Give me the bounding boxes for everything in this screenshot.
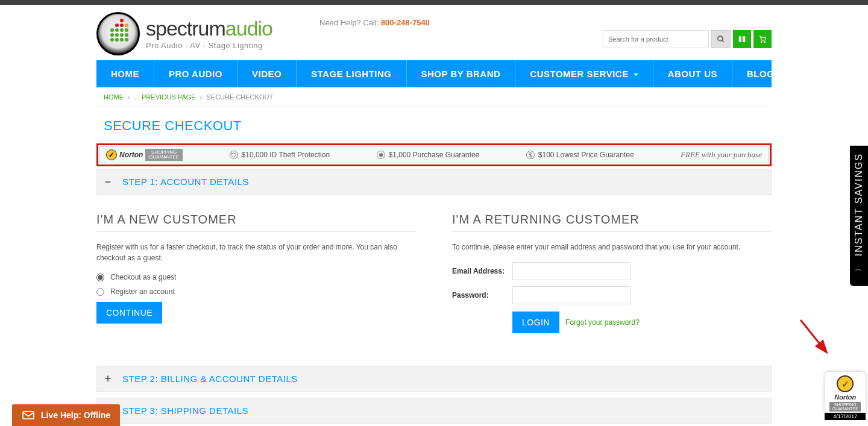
- norton-guarantee-bar[interactable]: ✓ Norton SHOPPINGGUARANTEE 🛡$10,000 ID T…: [99, 146, 769, 163]
- chat-icon: [22, 410, 35, 420]
- instant-savings-tab[interactable]: ︿ INSTANT SAVINGS: [850, 146, 868, 286]
- norton-check-icon: ✓: [837, 375, 854, 392]
- search-icon: [717, 35, 725, 43]
- norton-guarantee-bar-highlight: ✓ Norton SHOPPINGGUARANTEE 🛡$10,000 ID T…: [96, 143, 772, 166]
- returning-customer-heading: I'M A RETURNING CUSTOMER: [452, 213, 772, 232]
- nav-item-video[interactable]: VIDEO: [237, 60, 297, 87]
- shield-icon: 🛡: [230, 151, 238, 159]
- svg-point-4: [761, 42, 762, 43]
- search-button[interactable]: [711, 30, 731, 48]
- new-customer-description: Register with us for a faster checkout, …: [96, 242, 416, 263]
- forgot-password-link[interactable]: Forgot your password?: [565, 318, 640, 327]
- email-label: Email Address:: [452, 267, 512, 275]
- returning-customer-description: To continue, please enter your email add…: [452, 242, 772, 252]
- norton-seal[interactable]: ✓ Norton SHOPPINGGUARANTEE 4/17/2017: [825, 372, 866, 420]
- page-title: SECURE CHECKOUT: [96, 107, 772, 141]
- new-customer-panel: I'M A NEW CUSTOMER Register with us for …: [96, 213, 416, 333]
- svg-line-1: [722, 40, 724, 42]
- svg-rect-3: [743, 36, 745, 42]
- continue-button[interactable]: CONTINUE: [96, 302, 162, 324]
- cart-button[interactable]: [753, 30, 772, 48]
- help-phone: Need Help? Call: 800-248-7540: [319, 18, 430, 27]
- norton-brand: Norton: [119, 151, 143, 159]
- login-button[interactable]: LOGIN: [512, 312, 559, 333]
- nav-item-customer-service[interactable]: CUSTOMER SERVICE: [515, 60, 653, 87]
- step-3-label: STEP 3: SHIPPING DETAILS: [122, 406, 248, 416]
- breadcrumb-home[interactable]: HOME: [104, 93, 124, 101]
- norton-seal-brand: Norton: [829, 393, 861, 401]
- step-1-label: STEP 1: ACCOUNT DETAILS: [122, 177, 249, 187]
- password-field[interactable]: [512, 286, 631, 304]
- free-with-purchase: FREE with your purchase: [681, 150, 762, 160]
- shopping-guarantee-badge: SHOPPINGGUARANTEE: [145, 149, 183, 161]
- guarantee-id-theft: 🛡$10,000 ID Theft Protection: [230, 151, 330, 159]
- logo-icon: [96, 12, 140, 55]
- breadcrumb: HOME › ... PREVIOUS PAGE › SECURE CHECKO…: [96, 87, 772, 107]
- nav-item-blog[interactable]: BLOG: [732, 60, 789, 87]
- step-1-header[interactable]: – STEP 1: ACCOUNT DETAILS: [96, 169, 772, 195]
- step-2-label: STEP 2: BILLING & ACCOUNT DETAILS: [122, 374, 298, 384]
- nav-item-pro-audio[interactable]: PRO AUDIO: [154, 60, 237, 87]
- step-2-header[interactable]: + STEP 2: BILLING & ACCOUNT DETAILS: [96, 366, 772, 392]
- svg-point-5: [764, 42, 766, 43]
- guarantee-purchase: ✱$1,000 Purchase Guarantee: [377, 151, 480, 159]
- seal-icon: ✱: [377, 151, 385, 159]
- cart-icon: [758, 35, 767, 43]
- breadcrumb-previous[interactable]: ... PREVIOUS PAGE: [134, 93, 196, 101]
- step-3-header[interactable]: + STEP 3: SHIPPING DETAILS: [96, 398, 772, 424]
- brand-tagline: Pro Audio - AV - Stage Lighting: [146, 41, 272, 50]
- live-help-label: Live Help: Offline: [41, 410, 110, 420]
- main-nav: HOMEPRO AUDIOVIDEOSTAGE LIGHTINGSHOP BY …: [96, 60, 772, 87]
- nav-item-home[interactable]: HOME: [96, 60, 154, 87]
- nav-item-contact-us[interactable]: CONTACT US: [789, 60, 868, 87]
- svg-rect-2: [739, 36, 741, 42]
- compare-icon: [738, 35, 746, 43]
- nav-item-shop-by-brand[interactable]: SHOP BY BRAND: [407, 60, 516, 87]
- arrow-annotation: [797, 316, 833, 359]
- compare-button[interactable]: [733, 30, 751, 48]
- instant-savings-label: INSTANT SAVINGS: [854, 153, 864, 256]
- expand-icon: +: [104, 372, 112, 385]
- breadcrumb-current: SECURE CHECKOUT: [206, 93, 273, 101]
- logo[interactable]: spectrumaudio Pro Audio - AV - Stage Lig…: [96, 12, 272, 55]
- nav-item-stage-lighting[interactable]: STAGE LIGHTING: [297, 60, 406, 87]
- svg-rect-8: [23, 412, 34, 419]
- norton-seal-sg: SHOPPINGGUARANTEE: [829, 402, 861, 412]
- brand-name: spectrumaudio: [146, 18, 272, 39]
- email-field[interactable]: [512, 262, 631, 280]
- search-input[interactable]: [603, 30, 709, 48]
- norton-check-icon: ✓: [106, 149, 117, 160]
- svg-line-7: [800, 320, 826, 351]
- dollar-icon: $: [526, 151, 535, 159]
- password-label: Password:: [452, 291, 512, 299]
- guarantee-lowest-price: $$100 Lowest Price Guarantee: [526, 151, 634, 159]
- radio-register-account[interactable]: Register an account: [96, 287, 416, 296]
- returning-customer-panel: I'M A RETURNING CUSTOMER To continue, pl…: [452, 213, 772, 333]
- nav-item-about-us[interactable]: ABOUT US: [653, 60, 732, 87]
- collapse-icon: –: [104, 175, 112, 188]
- svg-point-0: [718, 36, 723, 41]
- live-help-tab[interactable]: Live Help: Offline: [12, 404, 120, 424]
- norton-seal-date: 4/17/2017: [825, 413, 866, 420]
- chevron-up-icon: ︿: [855, 264, 863, 274]
- new-customer-heading: I'M A NEW CUSTOMER: [96, 213, 416, 232]
- radio-guest-checkout[interactable]: Checkout as a guest: [96, 273, 416, 281]
